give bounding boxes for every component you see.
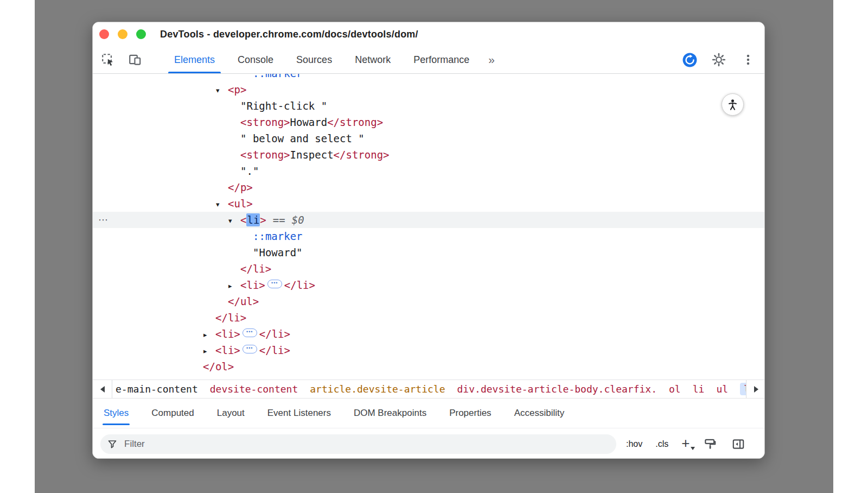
tag-token: </strong> <box>334 149 390 161</box>
equals-token: == <box>273 214 285 226</box>
filter-input[interactable] <box>123 438 610 450</box>
accessibility-overlay-button[interactable] <box>722 93 744 116</box>
new-style-rule-button[interactable]: + <box>681 438 690 450</box>
paint-roller-icon[interactable] <box>703 437 718 452</box>
dom-tree-text-node[interactable]: " below and select " <box>93 130 765 147</box>
dom-tree-node-clipped[interactable]: ::marker <box>93 74 765 81</box>
tag-token: <li> <box>215 328 240 340</box>
tag-token: </li> <box>240 263 271 275</box>
dom-tree-node-selected-li[interactable]: ⋯▾<li>==$0 <box>93 212 765 228</box>
text-token: " below and select " <box>240 132 365 144</box>
dom-tree-text-node[interactable]: "Howard" <box>93 244 765 261</box>
dom-tree-node-li-close[interactable]: </li> <box>93 309 765 326</box>
expand-children-button[interactable] <box>267 280 282 288</box>
tab-computed[interactable]: Computed <box>151 399 194 428</box>
devtools-toolbar: Elements Console Sources Network Perform… <box>93 46 764 74</box>
expand-arrow-icon[interactable]: ▸ <box>228 278 240 294</box>
breadcrumb-item[interactable]: e-main-content <box>116 383 198 395</box>
minimize-window-button[interactable] <box>118 29 127 39</box>
text-token: "Right-click " <box>240 100 327 112</box>
panel-tabs: Elements Console Sources Network Perform… <box>163 46 502 73</box>
filter-input-container[interactable] <box>100 434 616 454</box>
dom-tree-node-ol-close[interactable]: </ol> <box>93 358 765 375</box>
sync-circular-arrows-icon[interactable] <box>681 52 698 68</box>
breadcrumb-scroll-right-button[interactable] <box>746 380 765 398</box>
dom-tree-node-li-collapsed[interactable]: ▸<li></li> <box>93 277 765 293</box>
breadcrumb-item[interactable]: li <box>693 383 705 395</box>
dom-tree: ::marker ▾<p> "Right-click " <strong>How… <box>93 74 765 375</box>
dom-tree-text-node[interactable]: "Right-click " <box>93 98 765 114</box>
tab-event-listeners[interactable]: Event Listeners <box>267 399 331 428</box>
expand-arrow-icon[interactable]: ▸ <box>203 343 215 359</box>
tag-token: </ul> <box>228 295 259 307</box>
close-window-button[interactable] <box>99 29 109 39</box>
toggle-hover-state-button[interactable]: :hov <box>626 439 642 449</box>
expand-children-button[interactable] <box>242 328 257 337</box>
styles-toolbar: :hov .cls + <box>93 428 765 459</box>
kebab-menu-icon[interactable] <box>740 52 756 68</box>
breadcrumb-item[interactable]: div.devsite-article-body.clearfix. <box>457 383 657 395</box>
dollar-zero-badge: $0 <box>292 214 304 226</box>
inspect-element-icon[interactable] <box>100 52 116 68</box>
devtools-window: DevTools - developer.chrome.com/docs/dev… <box>92 22 765 459</box>
breadcrumb-item[interactable]: ol <box>669 383 681 395</box>
dom-tree-node-ul-open[interactable]: ▾<ul> <box>93 195 765 212</box>
tag-token: </li> <box>215 312 246 324</box>
left-arrow-icon <box>100 386 105 393</box>
window-title: DevTools - developer.chrome.com/docs/dev… <box>160 29 418 40</box>
filter-funnel-icon <box>107 439 118 450</box>
toggle-class-button[interactable]: .cls <box>655 439 668 449</box>
settings-gear-icon[interactable] <box>711 52 727 68</box>
tab-sources[interactable]: Sources <box>285 46 343 73</box>
tab-styles[interactable]: Styles <box>104 399 129 428</box>
traffic-lights <box>99 29 146 39</box>
styles-tab-bar: Styles Computed Layout Event Listeners D… <box>93 399 765 428</box>
dom-tree-node-strong[interactable]: <strong>Howard</strong> <box>93 114 765 130</box>
breadcrumb-item[interactable]: devsite-content <box>210 383 298 395</box>
dropdown-caret-icon <box>691 447 695 450</box>
dom-tree-node-li-collapsed[interactable]: ▸<li></li> <box>93 326 765 342</box>
collapse-arrow-icon[interactable]: ▾ <box>216 83 228 99</box>
dom-tree-node-p-open[interactable]: ▾<p> <box>93 81 765 98</box>
selected-tag-name: li <box>246 213 260 226</box>
dom-tree-node-strong[interactable]: <strong>Inspect</strong> <box>93 147 765 163</box>
tag-token: <ul> <box>228 198 253 210</box>
tab-console[interactable]: Console <box>226 46 285 73</box>
tab-accessibility[interactable]: Accessibility <box>514 399 565 428</box>
toggle-sidebar-icon[interactable] <box>731 437 746 452</box>
dom-tree-node-ul-close[interactable]: </ul> <box>93 293 765 309</box>
tab-elements[interactable]: Elements <box>163 46 226 73</box>
breadcrumb-scroll-left-button[interactable] <box>93 380 112 398</box>
tag-token: <strong> <box>240 116 290 128</box>
breadcrumb-item[interactable]: article.devsite-article <box>310 383 445 395</box>
expand-children-button[interactable] <box>242 345 257 353</box>
zoom-window-button[interactable] <box>136 29 146 39</box>
device-toolbar-icon[interactable] <box>127 52 143 68</box>
tag-token: < <box>240 214 246 226</box>
tag-token: <li> <box>240 279 265 291</box>
dom-tree-text-node[interactable]: "." <box>93 163 765 179</box>
dom-tree-node-p-close[interactable]: </p> <box>93 179 765 195</box>
dom-tree-node-marker[interactable]: ::marker <box>93 228 765 244</box>
dom-tree-node-li-collapsed[interactable]: ▸<li></li> <box>93 342 765 358</box>
tab-properties[interactable]: Properties <box>449 399 491 428</box>
tab-performance[interactable]: Performance <box>402 46 481 73</box>
collapse-arrow-icon[interactable]: ▾ <box>228 213 240 229</box>
collapse-arrow-icon[interactable]: ▾ <box>216 197 228 213</box>
tab-layout[interactable]: Layout <box>217 399 245 428</box>
tab-dom-breakpoints[interactable]: DOM Breakpoints <box>354 399 426 428</box>
tag-token: </strong> <box>327 116 383 128</box>
breadcrumb: e-main-content devsite-content article.d… <box>112 380 765 398</box>
toolbar-right-actions <box>681 46 756 73</box>
overflow-ellipsis-icon[interactable]: ⋯ <box>98 212 108 228</box>
tab-network[interactable]: Network <box>343 46 402 73</box>
tag-token: <li> <box>215 344 240 356</box>
breadcrumb-item[interactable]: ul <box>716 383 728 395</box>
dom-tree-node-li-close[interactable]: </li> <box>93 261 765 277</box>
text-token: Howard <box>290 116 328 128</box>
expand-arrow-icon[interactable]: ▸ <box>203 327 215 343</box>
more-tabs-button[interactable]: » <box>481 46 502 73</box>
tab-elements-label: Elements <box>174 54 215 66</box>
tag-token: </li> <box>284 279 315 291</box>
tab-performance-label: Performance <box>413 54 469 66</box>
